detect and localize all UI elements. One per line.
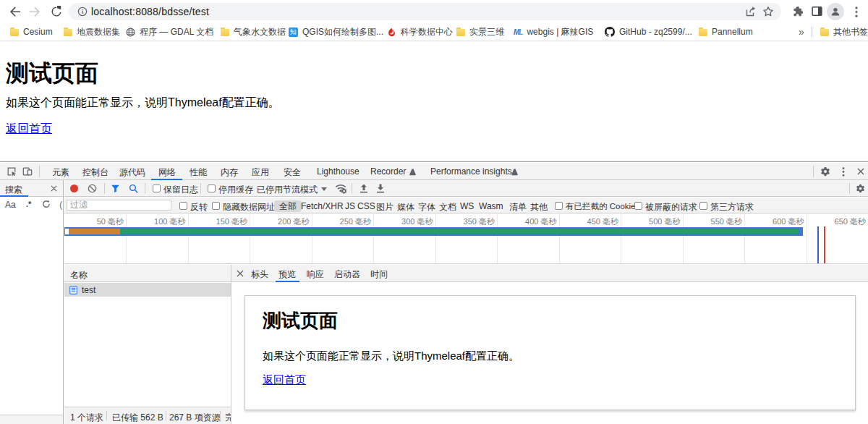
back-icon[interactable]: [9, 6, 21, 17]
browser-menu-icon[interactable]: [855, 7, 858, 17]
third-party-label[interactable]: 第三方请求: [710, 201, 754, 213]
clear-icon[interactable]: [88, 184, 97, 193]
bookmark-qgis[interactable]: 知 QGIS如何绘制多图...: [289, 23, 383, 41]
tick-label: 500 毫秒: [623, 216, 681, 227]
refresh-icon[interactable]: [42, 200, 51, 208]
preserve-log-label[interactable]: 保留日志: [163, 184, 198, 196]
search-icon[interactable]: [129, 184, 138, 193]
tab-recorder[interactable]: Recorder: [370, 166, 406, 177]
devtools-close-icon[interactable]: [857, 168, 864, 175]
transferred: 已传输 562 B: [112, 412, 163, 424]
search-input-edge[interactable]: (: [59, 199, 62, 210]
other-bookmarks[interactable]: 其他书签: [820, 23, 868, 41]
blocked-requests-checkbox[interactable]: [634, 202, 642, 210]
requests-table-header[interactable]: 名称: [64, 265, 231, 282]
bookmark-webgis[interactable]: ML webgis | 麻辣GIS: [514, 23, 593, 41]
tab-application[interactable]: 应用: [252, 166, 269, 179]
blocked-cookies-label[interactable]: 有已拦截的 Cookie: [566, 201, 636, 212]
name-column-header[interactable]: 名称: [70, 269, 88, 281]
network-conditions-icon[interactable]: [335, 183, 346, 194]
filter-category-other[interactable]: 其他: [530, 201, 548, 213]
tab-performance-insights[interactable]: Performance insights: [430, 166, 512, 177]
filter-category-js[interactable]: JS: [345, 201, 355, 211]
search-close-icon[interactable]: [51, 185, 57, 192]
device-toolbar-icon[interactable]: [22, 166, 33, 177]
third-party-checkbox[interactable]: [699, 202, 707, 210]
export-har-icon[interactable]: [376, 184, 385, 193]
blocked-requests-label[interactable]: 被屏蔽的请求: [645, 201, 697, 213]
tab-headers[interactable]: 标头: [251, 268, 268, 281]
hide-data-urls-label[interactable]: 隐藏数据网址: [223, 201, 275, 213]
devtools-menu-icon[interactable]: [842, 167, 845, 177]
tab-response[interactable]: 响应: [307, 268, 324, 281]
match-case-toggle[interactable]: Aa: [5, 200, 16, 210]
filter-icon[interactable]: [111, 184, 120, 193]
filter-category-fetch-xhr[interactable]: Fetch/XHR: [301, 201, 344, 211]
info-icon[interactable]: [77, 7, 88, 17]
extensions-icon[interactable]: [792, 6, 803, 17]
throttling-select[interactable]: 已停用节流模式: [257, 184, 318, 196]
import-har-icon[interactable]: [359, 184, 368, 193]
bookmark-earthquake[interactable]: 地震数据集: [64, 23, 120, 41]
record-button[interactable]: [70, 185, 78, 192]
filter-category-manifest[interactable]: 清单: [509, 201, 527, 213]
bookmark-real3d[interactable]: 实景三维: [456, 23, 504, 41]
bookmark-cesium[interactable]: Cesium: [10, 23, 53, 41]
filter-category-media[interactable]: 媒体: [397, 201, 414, 213]
filter-category-doc[interactable]: 文档: [439, 201, 456, 213]
tab-security[interactable]: 安全: [284, 166, 301, 179]
address-bar[interactable]: localhost:8088/bdsse/test: [69, 3, 781, 20]
reload-icon[interactable]: [51, 6, 62, 17]
tab-initiator[interactable]: 启动器: [334, 268, 360, 281]
page-title: 测试页面: [6, 58, 98, 90]
side-panel-icon[interactable]: [812, 6, 822, 17]
network-settings-gear-icon[interactable]: [856, 184, 865, 193]
tab-sources[interactable]: 源代码: [119, 166, 145, 179]
bookmark-gdal[interactable]: 程序 — GDAL 文档: [126, 23, 213, 41]
share-icon[interactable]: [745, 6, 757, 17]
settings-gear-icon[interactable]: [820, 166, 830, 177]
url-text[interactable]: localhost:8088/bdsse/test: [91, 6, 209, 17]
tab-preview[interactable]: 预览: [278, 268, 296, 281]
filter-category-wasm[interactable]: Wasm: [479, 201, 503, 211]
tab-timing[interactable]: 时间: [370, 268, 388, 281]
tab-memory[interactable]: 内存: [221, 166, 238, 179]
tick-label: 100 毫秒: [128, 216, 186, 227]
invert-checkbox[interactable]: [179, 202, 187, 210]
tab-elements[interactable]: 元素: [52, 166, 69, 179]
tab-performance[interactable]: 性能: [190, 166, 207, 179]
bookmark-science-data[interactable]: 科学数据中心: [387, 23, 453, 41]
tab-lighthouse[interactable]: Lighthouse: [317, 166, 359, 177]
bookmark-weather[interactable]: 气象水文数据: [221, 23, 286, 41]
filter-category-all[interactable]: 全部: [274, 200, 302, 212]
filter-category-font[interactable]: 字体: [418, 201, 435, 213]
back-home-link[interactable]: 返回首页: [6, 122, 52, 137]
bookmark-github[interactable]: GitHub - zq2599/...: [605, 23, 692, 41]
details-close-icon[interactable]: [237, 270, 244, 277]
blocked-cookies-checkbox[interactable]: [555, 202, 563, 210]
preview-link[interactable]: 返回首页: [263, 373, 306, 387]
hide-data-urls-checkbox[interactable]: [212, 202, 220, 210]
invert-label[interactable]: 反转: [190, 201, 208, 213]
filter-category-css[interactable]: CSS: [357, 201, 375, 211]
request-row[interactable]: test: [64, 283, 231, 297]
profile-avatar[interactable]: [827, 3, 844, 20]
search-tab-label[interactable]: 搜索: [5, 184, 22, 196]
filter-input[interactable]: 过滤: [67, 200, 171, 211]
inspect-icon[interactable]: [7, 166, 17, 177]
disable-cache-label[interactable]: 停用缓存: [218, 184, 253, 196]
disable-cache-checkbox[interactable]: [208, 185, 216, 192]
bookmarks-overflow-chevron[interactable]: »: [799, 23, 804, 41]
tab-network[interactable]: 网络: [158, 166, 176, 179]
filter-category-img[interactable]: 图片: [376, 201, 393, 213]
tab-console[interactable]: 控制台: [82, 166, 109, 179]
preserve-log-checkbox[interactable]: [153, 185, 161, 192]
folder-icon: [820, 27, 829, 36]
bookmark-pannellum[interactable]: Pannellum: [699, 23, 753, 41]
filter-category-ws[interactable]: WS: [460, 201, 474, 211]
bookmark-star-icon[interactable]: [762, 6, 774, 17]
throttling-dropdown-arrow[interactable]: [321, 187, 327, 191]
network-overview[interactable]: 50 毫秒 100 毫秒 150 毫秒 200 毫秒 250 毫秒 300 毫秒…: [64, 214, 868, 264]
regex-toggle[interactable]: .*: [26, 200, 31, 208]
forward-icon[interactable]: [29, 6, 41, 17]
